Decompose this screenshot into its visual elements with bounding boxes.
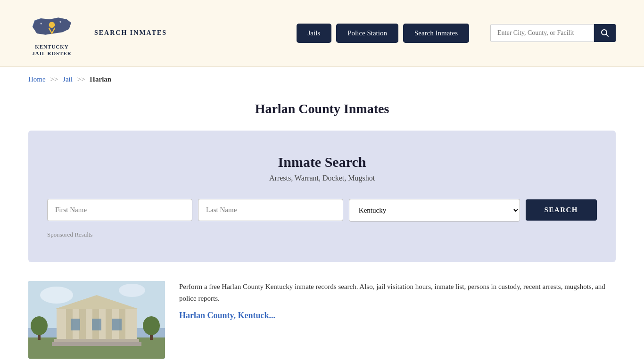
- content-section: Perform a free Harlan County Kentucky in…: [0, 272, 644, 362]
- site-header: KENTUCKY JAIL ROSTER SEARCH INMATES Jail…: [0, 0, 644, 67]
- content-link[interactable]: Harlan County, Kentuck...: [179, 311, 616, 321]
- logo-area: KENTUCKY JAIL ROSTER: [28, 9, 75, 57]
- header-search-input[interactable]: [490, 24, 594, 42]
- breadcrumb-jail[interactable]: Jail: [63, 75, 73, 83]
- inmate-search-form: AlabamaAlaskaArizonaArkansasCaliforniaCo…: [47, 199, 597, 222]
- inmate-search-title: Inmate Search: [47, 154, 597, 170]
- inmate-search-section: Inmate Search Arrests, Warrant, Docket, …: [28, 131, 616, 262]
- svg-line-4: [606, 34, 609, 37]
- svg-point-2: [59, 21, 61, 23]
- svg-point-7: [40, 287, 73, 304]
- nav-jails-button[interactable]: Jails: [297, 24, 332, 43]
- breadcrumb: Home >> Jail >> Harlan: [0, 67, 644, 92]
- state-select[interactable]: AlabamaAlaskaArizonaArkansasCaliforniaCo…: [349, 199, 520, 222]
- site-title: SEARCH INMATES: [94, 29, 167, 37]
- content-text: Perform a free Harlan County Kentucky in…: [179, 281, 616, 321]
- svg-rect-18: [52, 342, 141, 346]
- svg-point-1: [40, 23, 42, 25]
- search-icon: [601, 29, 609, 37]
- courthouse-image: [28, 281, 165, 359]
- nav-police-station-button[interactable]: Police Station: [336, 24, 398, 43]
- inmate-search-button[interactable]: SEARCH: [526, 199, 597, 221]
- content-description: Perform a free Harlan County Kentucky in…: [179, 281, 616, 305]
- breadcrumb-home[interactable]: Home: [28, 75, 46, 83]
- svg-point-8: [119, 284, 145, 297]
- inmate-search-subtitle: Arrests, Warrant, Docket, Mugshot: [47, 174, 597, 182]
- logo-icon: [28, 9, 75, 42]
- header-search: [490, 24, 616, 42]
- svg-rect-17: [54, 339, 139, 343]
- svg-rect-20: [92, 319, 101, 330]
- breadcrumb-sep2: >>: [77, 75, 85, 83]
- breadcrumb-sep1: >>: [50, 75, 58, 83]
- svg-point-0: [49, 22, 55, 28]
- svg-point-23: [31, 316, 48, 335]
- last-name-input[interactable]: [198, 199, 343, 221]
- svg-rect-19: [71, 319, 80, 330]
- breadcrumb-current: Harlan: [90, 75, 111, 83]
- main-nav: Jails Police Station Search Inmates: [297, 24, 469, 43]
- svg-rect-12: [79, 307, 86, 340]
- first-name-input[interactable]: [47, 199, 192, 221]
- header-search-button[interactable]: [594, 24, 616, 42]
- sponsored-results-label: Sponsored Results: [47, 231, 597, 239]
- svg-point-25: [143, 316, 160, 335]
- svg-rect-14: [106, 307, 112, 340]
- logo-text: KENTUCKY JAIL ROSTER: [32, 43, 71, 57]
- nav-search-inmates-button[interactable]: Search Inmates: [403, 24, 469, 43]
- svg-rect-21: [112, 319, 122, 330]
- building-illustration: [28, 281, 165, 359]
- page-title: Harlan County Inmates: [28, 101, 616, 116]
- page-title-section: Harlan County Inmates: [0, 92, 644, 121]
